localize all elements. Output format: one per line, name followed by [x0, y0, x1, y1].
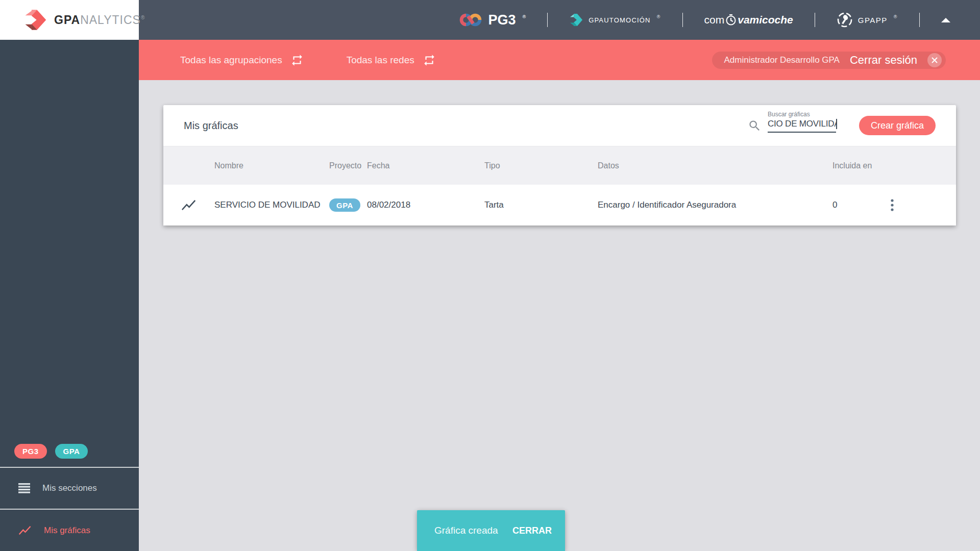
search-icon: [748, 119, 762, 133]
groupings-filter[interactable]: Todas las agrupaciones: [180, 54, 304, 67]
logout-button[interactable]: Cerrar sesión: [850, 54, 917, 67]
line-chart-icon: [18, 525, 32, 536]
row-tipo: Tarta: [484, 200, 598, 210]
line-chart-icon: [181, 199, 197, 212]
networks-filter[interactable]: Todas las redes: [347, 54, 436, 67]
column-tipo: Tipo: [484, 161, 598, 170]
gpa-arrow-logo-icon: [23, 9, 47, 31]
header-divider: [547, 13, 548, 27]
gpautomocion-arrow-icon: [569, 13, 583, 27]
create-chart-button[interactable]: Crear gráfica: [859, 116, 936, 135]
pg3-logo[interactable]: PG3®: [459, 12, 526, 28]
pg3-wordmark: PG3: [488, 12, 516, 28]
row-chart-type-icon-cell: [163, 199, 214, 212]
comprovamicoche-prefix: com: [704, 14, 725, 26]
gpautomocion-logo[interactable]: GPAUTOMOCIÓN®: [569, 13, 660, 27]
sidebar: GPANALYTICS® PG3 GPA Mis secciones Mis g…: [0, 0, 139, 551]
column-proyecto: Proyecto: [329, 161, 367, 170]
table-row[interactable]: SERVICIO DE MOVILIDAD GPA 08/02/2018 Tar…: [163, 185, 956, 226]
hamburger-icon: [18, 483, 30, 493]
card-header: Mis gráficas Buscar gráficas Crear gráfi…: [163, 105, 956, 146]
row-nombre: SERVICIO DE MOVILIDAD: [214, 200, 329, 210]
wrench-icon: [837, 12, 853, 28]
snackbar: Gráfica creada CERRAR: [417, 510, 565, 551]
clock-icon: [725, 14, 737, 26]
search-field: Buscar gráficas: [768, 119, 836, 133]
session-pill: Administrador Desarrollo GPA Cerrar sesi…: [712, 52, 946, 69]
groupings-filter-label: Todas las agrupaciones: [180, 55, 282, 66]
gpapp-wordmark: GPAPP: [858, 16, 888, 24]
sidebar-item-mis-secciones[interactable]: Mis secciones: [0, 468, 139, 509]
gpa-badge[interactable]: GPA: [55, 444, 88, 459]
user-name-label: Administrador Desarrollo GPA: [724, 55, 840, 65]
header-divider: [682, 13, 683, 27]
charts-card: Mis gráficas Buscar gráficas Crear gráfi…: [163, 105, 956, 226]
repeat-icon: [423, 54, 436, 67]
sidebar-item-label: Mis gráficas: [44, 525, 90, 536]
sidebar-item-label: Mis secciones: [42, 483, 97, 493]
gpa-analytics-logo: GPANALYTICS®: [0, 0, 139, 40]
networks-filter-label: Todas las redes: [347, 55, 414, 66]
snackbar-message: Gráfica creada: [434, 525, 498, 536]
column-datos: Datos: [598, 161, 822, 170]
main-content: Mis gráficas Buscar gráficas Crear gráfi…: [139, 80, 980, 551]
gpapp-logo[interactable]: GPAPP®: [837, 12, 898, 28]
gpautomocion-wordmark: GPAUTOMOCIÓN: [589, 16, 651, 24]
pg3-infinity-icon: [459, 12, 482, 28]
row-fecha: 08/02/2018: [367, 200, 484, 210]
top-brand-bar: PG3® GPAUTOMOCIÓN® com vamicoche: [139, 0, 980, 40]
table-header: Nombre Proyecto Fecha Tipo Datos Incluid…: [163, 146, 956, 185]
project-badge: GPA: [329, 198, 360, 212]
column-fecha: Fecha: [367, 161, 484, 170]
page-title: Mis gráficas: [184, 120, 238, 132]
repeat-icon: [290, 54, 304, 67]
sidebar-item-mis-graficas[interactable]: Mis gráficas: [0, 510, 139, 551]
column-nombre: Nombre: [214, 161, 329, 170]
row-incluida-en: 0: [822, 200, 884, 210]
search-input[interactable]: [768, 119, 836, 133]
row-actions: [884, 196, 956, 214]
comprovamicoche-logo[interactable]: com vamicoche: [704, 14, 793, 26]
logout-close-icon[interactable]: [927, 53, 942, 67]
search-zone: Buscar gráficas Crear gráfica: [748, 116, 936, 135]
sidebar-badges: PG3 GPA: [0, 444, 139, 459]
collapse-arrow-icon[interactable]: [941, 18, 950, 22]
header-divider: [815, 13, 815, 27]
header-divider: [919, 13, 920, 27]
pg3-badge[interactable]: PG3: [14, 444, 47, 459]
search-label: Buscar gráficas: [768, 111, 810, 118]
kebab-menu-icon[interactable]: [884, 196, 901, 214]
row-proyecto: GPA: [329, 198, 367, 212]
row-datos: Encargo / Identificador Aseguradora: [598, 200, 822, 210]
filter-bar: Todas las agrupaciones Todas las redes A…: [139, 40, 980, 80]
column-incluida-en: Incluida en: [822, 161, 884, 170]
gpa-analytics-wordmark: GPANALYTICS®: [54, 13, 145, 27]
comprovamicoche-suffix: vamicoche: [738, 14, 793, 26]
snackbar-close-button[interactable]: CERRAR: [507, 521, 557, 540]
sidebar-spacer: [0, 40, 139, 444]
